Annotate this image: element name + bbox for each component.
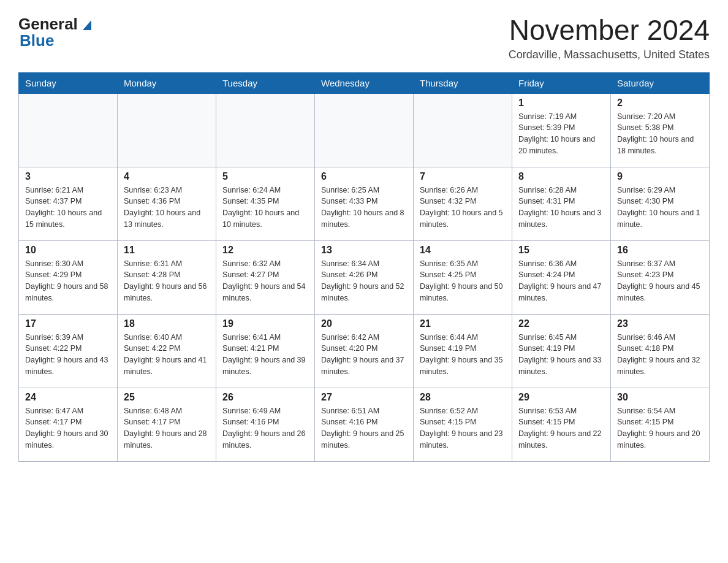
logo-triangle-icon bbox=[79, 17, 95, 33]
calendar-cell: 28Sunrise: 6:52 AMSunset: 4:15 PMDayligh… bbox=[414, 388, 512, 461]
day-number: 6 bbox=[321, 171, 407, 182]
weekday-header-friday: Friday bbox=[512, 72, 611, 93]
day-number: 10 bbox=[25, 245, 111, 256]
svg-marker-0 bbox=[83, 20, 91, 30]
day-info: Sunrise: 6:52 AMSunset: 4:15 PMDaylight:… bbox=[420, 405, 506, 451]
calendar-cell: 22Sunrise: 6:45 AMSunset: 4:19 PMDayligh… bbox=[512, 314, 611, 388]
day-info: Sunrise: 6:34 AMSunset: 4:26 PMDaylight:… bbox=[321, 258, 407, 304]
calendar-cell: 23Sunrise: 6:46 AMSunset: 4:18 PMDayligh… bbox=[611, 314, 710, 388]
calendar-cell: 29Sunrise: 6:53 AMSunset: 4:15 PMDayligh… bbox=[512, 388, 611, 461]
weekday-header-sunday: Sunday bbox=[19, 72, 118, 93]
calendar-cell: 27Sunrise: 6:51 AMSunset: 4:16 PMDayligh… bbox=[315, 388, 414, 461]
calendar-cell bbox=[315, 93, 414, 167]
calendar-cell: 7Sunrise: 6:26 AMSunset: 4:32 PMDaylight… bbox=[414, 167, 512, 240]
day-info: Sunrise: 6:47 AMSunset: 4:17 PMDaylight:… bbox=[25, 405, 111, 451]
day-number: 4 bbox=[124, 171, 210, 182]
day-info: Sunrise: 6:21 AMSunset: 4:37 PMDaylight:… bbox=[25, 185, 111, 231]
calendar-table: SundayMondayTuesdayWednesdayThursdayFrid… bbox=[18, 72, 710, 462]
page-header: General Blue November 2024 Cordaville, M… bbox=[18, 15, 710, 61]
day-info: Sunrise: 6:30 AMSunset: 4:29 PMDaylight:… bbox=[25, 258, 111, 304]
day-number: 11 bbox=[124, 245, 210, 256]
day-number: 20 bbox=[321, 318, 407, 329]
day-info: Sunrise: 6:23 AMSunset: 4:36 PMDaylight:… bbox=[124, 185, 210, 231]
day-number: 30 bbox=[617, 392, 703, 403]
day-number: 2 bbox=[617, 98, 703, 109]
month-title: November 2024 bbox=[509, 15, 710, 46]
calendar-cell: 14Sunrise: 6:35 AMSunset: 4:25 PMDayligh… bbox=[414, 240, 512, 314]
day-info: Sunrise: 6:53 AMSunset: 4:15 PMDaylight:… bbox=[518, 405, 604, 451]
day-info: Sunrise: 6:36 AMSunset: 4:24 PMDaylight:… bbox=[518, 258, 604, 304]
day-number: 15 bbox=[518, 245, 604, 256]
day-info: Sunrise: 6:51 AMSunset: 4:16 PMDaylight:… bbox=[321, 405, 407, 451]
day-number: 21 bbox=[420, 318, 506, 329]
weekday-header-thursday: Thursday bbox=[414, 72, 512, 93]
day-number: 25 bbox=[124, 392, 210, 403]
logo: General Blue bbox=[18, 15, 96, 50]
calendar-cell: 11Sunrise: 6:31 AMSunset: 4:28 PMDayligh… bbox=[118, 240, 216, 314]
day-number: 27 bbox=[321, 392, 407, 403]
day-info: Sunrise: 6:28 AMSunset: 4:31 PMDaylight:… bbox=[518, 185, 604, 231]
calendar-cell: 19Sunrise: 6:41 AMSunset: 4:21 PMDayligh… bbox=[216, 314, 315, 388]
calendar-cell: 6Sunrise: 6:25 AMSunset: 4:33 PMDaylight… bbox=[315, 167, 414, 240]
day-info: Sunrise: 6:37 AMSunset: 4:23 PMDaylight:… bbox=[617, 258, 703, 304]
calendar-week-row: 10Sunrise: 6:30 AMSunset: 4:29 PMDayligh… bbox=[19, 240, 710, 314]
day-info: Sunrise: 6:29 AMSunset: 4:30 PMDaylight:… bbox=[617, 185, 703, 231]
calendar-cell: 17Sunrise: 6:39 AMSunset: 4:22 PMDayligh… bbox=[19, 314, 118, 388]
day-number: 24 bbox=[25, 392, 111, 403]
calendar-cell bbox=[118, 93, 216, 167]
calendar-cell: 10Sunrise: 6:30 AMSunset: 4:29 PMDayligh… bbox=[19, 240, 118, 314]
day-number: 26 bbox=[222, 392, 308, 403]
calendar-cell: 8Sunrise: 6:28 AMSunset: 4:31 PMDaylight… bbox=[512, 167, 611, 240]
day-number: 19 bbox=[222, 318, 308, 329]
day-info: Sunrise: 6:46 AMSunset: 4:18 PMDaylight:… bbox=[617, 332, 703, 378]
weekday-header-row: SundayMondayTuesdayWednesdayThursdayFrid… bbox=[19, 72, 710, 93]
day-info: Sunrise: 6:25 AMSunset: 4:33 PMDaylight:… bbox=[321, 185, 407, 231]
calendar-week-row: 3Sunrise: 6:21 AMSunset: 4:37 PMDaylight… bbox=[19, 167, 710, 240]
calendar-cell: 12Sunrise: 6:32 AMSunset: 4:27 PMDayligh… bbox=[216, 240, 315, 314]
calendar-cell: 15Sunrise: 6:36 AMSunset: 4:24 PMDayligh… bbox=[512, 240, 611, 314]
calendar-cell: 3Sunrise: 6:21 AMSunset: 4:37 PMDaylight… bbox=[19, 167, 118, 240]
weekday-header-saturday: Saturday bbox=[611, 72, 710, 93]
location-title: Cordaville, Massachusetts, United States bbox=[509, 48, 710, 61]
weekday-header-monday: Monday bbox=[118, 72, 216, 93]
day-info: Sunrise: 6:54 AMSunset: 4:15 PMDaylight:… bbox=[617, 405, 703, 451]
day-number: 12 bbox=[222, 245, 308, 256]
calendar-week-row: 1Sunrise: 7:19 AMSunset: 5:39 PMDaylight… bbox=[19, 93, 710, 167]
calendar-cell: 21Sunrise: 6:44 AMSunset: 4:19 PMDayligh… bbox=[414, 314, 512, 388]
day-number: 23 bbox=[617, 318, 703, 329]
calendar-cell: 24Sunrise: 6:47 AMSunset: 4:17 PMDayligh… bbox=[19, 388, 118, 461]
calendar-cell: 5Sunrise: 6:24 AMSunset: 4:35 PMDaylight… bbox=[216, 167, 315, 240]
calendar-week-row: 17Sunrise: 6:39 AMSunset: 4:22 PMDayligh… bbox=[19, 314, 710, 388]
calendar-cell: 2Sunrise: 7:20 AMSunset: 5:38 PMDaylight… bbox=[611, 93, 710, 167]
calendar-cell bbox=[19, 93, 118, 167]
calendar-cell: 30Sunrise: 6:54 AMSunset: 4:15 PMDayligh… bbox=[611, 388, 710, 461]
day-number: 7 bbox=[420, 171, 506, 182]
calendar-cell: 4Sunrise: 6:23 AMSunset: 4:36 PMDaylight… bbox=[118, 167, 216, 240]
day-info: Sunrise: 6:26 AMSunset: 4:32 PMDaylight:… bbox=[420, 185, 506, 231]
day-info: Sunrise: 6:44 AMSunset: 4:19 PMDaylight:… bbox=[420, 332, 506, 378]
day-info: Sunrise: 6:40 AMSunset: 4:22 PMDaylight:… bbox=[124, 332, 210, 378]
day-number: 9 bbox=[617, 171, 703, 182]
day-info: Sunrise: 6:49 AMSunset: 4:16 PMDaylight:… bbox=[222, 405, 308, 451]
calendar-cell: 9Sunrise: 6:29 AMSunset: 4:30 PMDaylight… bbox=[611, 167, 710, 240]
calendar-cell bbox=[414, 93, 512, 167]
day-info: Sunrise: 7:20 AMSunset: 5:38 PMDaylight:… bbox=[617, 111, 703, 157]
calendar-cell: 13Sunrise: 6:34 AMSunset: 4:26 PMDayligh… bbox=[315, 240, 414, 314]
day-info: Sunrise: 6:24 AMSunset: 4:35 PMDaylight:… bbox=[222, 185, 308, 231]
weekday-header-tuesday: Tuesday bbox=[216, 72, 315, 93]
calendar-week-row: 24Sunrise: 6:47 AMSunset: 4:17 PMDayligh… bbox=[19, 388, 710, 461]
calendar-cell: 26Sunrise: 6:49 AMSunset: 4:16 PMDayligh… bbox=[216, 388, 315, 461]
day-number: 18 bbox=[124, 318, 210, 329]
calendar-cell: 25Sunrise: 6:48 AMSunset: 4:17 PMDayligh… bbox=[118, 388, 216, 461]
day-number: 17 bbox=[25, 318, 111, 329]
day-number: 8 bbox=[518, 171, 604, 182]
day-number: 28 bbox=[420, 392, 506, 403]
day-number: 29 bbox=[518, 392, 604, 403]
logo-blue-text: Blue bbox=[20, 31, 54, 50]
day-number: 14 bbox=[420, 245, 506, 256]
calendar-cell: 1Sunrise: 7:19 AMSunset: 5:39 PMDaylight… bbox=[512, 93, 611, 167]
day-info: Sunrise: 6:42 AMSunset: 4:20 PMDaylight:… bbox=[321, 332, 407, 378]
day-info: Sunrise: 6:48 AMSunset: 4:17 PMDaylight:… bbox=[124, 405, 210, 451]
day-number: 22 bbox=[518, 318, 604, 329]
day-info: Sunrise: 6:39 AMSunset: 4:22 PMDaylight:… bbox=[25, 332, 111, 378]
